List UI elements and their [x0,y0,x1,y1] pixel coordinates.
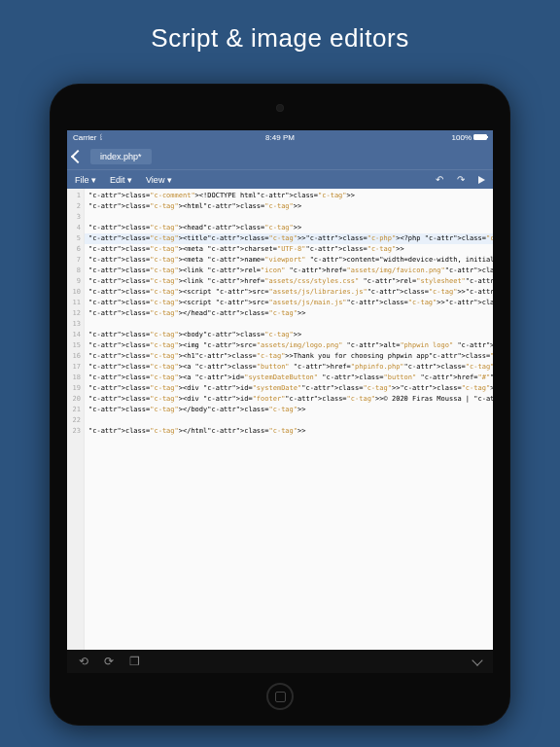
undo-icon[interactable] [436,174,443,185]
editor-toolbar: File ▾ Edit ▾ View ▾ [67,169,493,189]
tabs-icon[interactable]: ❐ [129,655,140,668]
status-bar: Carrier ⧙ 8:49 PM 100% [67,130,493,144]
carrier-label: Carrier [73,133,96,142]
bottom-bar: ⟲ ⟳ ❐ [67,650,493,673]
code-editor[interactable]: 1234567891011121314151617181920212223 "c… [67,189,493,650]
camera-dot [277,105,283,111]
file-tab[interactable]: index.php* [90,149,152,164]
menu-view[interactable]: View ▾ [146,175,172,185]
home-button[interactable] [266,683,294,710]
battery-label: 100% [452,133,472,142]
tablet-frame: Carrier ⧙ 8:49 PM 100% index.php* File ▾… [50,84,510,726]
line-gutter: 1234567891011121314151617181920212223 [67,189,85,650]
nav-bar: index.php* [67,144,493,169]
menu-file[interactable]: File ▾ [75,175,96,185]
page-caption: Script & image editors [0,0,560,53]
redo-icon[interactable] [457,174,465,185]
run-icon[interactable] [478,176,485,184]
wifi-icon: ⧙ [99,133,103,142]
device-screen: Carrier ⧙ 8:49 PM 100% index.php* File ▾… [67,130,493,673]
menu-edit[interactable]: Edit ▾ [110,175,132,185]
clock-label: 8:49 PM [265,133,295,142]
code-content[interactable]: "c-attr">class="c-comment"><!DOCTYPE htm… [85,189,493,650]
back-button[interactable] [71,150,85,163]
nav-back-icon[interactable]: ⟲ [79,655,88,668]
battery-icon [473,134,487,140]
nav-forward-icon[interactable]: ⟳ [104,655,114,668]
dismiss-keyboard-icon[interactable] [472,655,482,665]
